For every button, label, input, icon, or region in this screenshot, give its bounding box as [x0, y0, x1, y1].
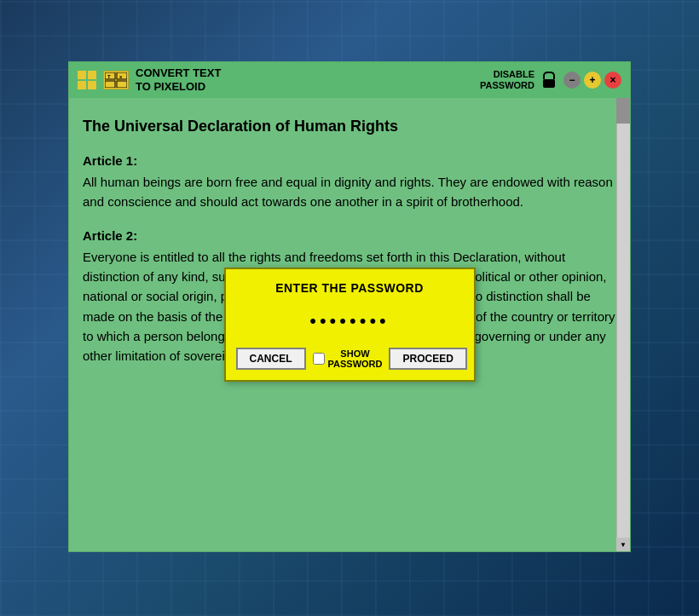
title-bar: T x CONVERT TEXT TO PIXELOID DISABLE PAS… [69, 62, 630, 98]
app-window: T x CONVERT TEXT TO PIXELOID DISABLE PAS… [68, 61, 631, 552]
app-title: CONVERT TEXT TO PIXELOID [136, 66, 221, 93]
dialog-input-area: •••••••• [226, 303, 474, 341]
dialog-title: ENTER THE PASSWORD [226, 269, 474, 303]
svg-rect-2 [105, 81, 115, 88]
title-bar-left: T x CONVERT TEXT TO PIXELOID [78, 66, 480, 93]
logo-icon2: T x [103, 71, 129, 89]
dialog-actions: CANCEL SHOW PASSWORD PROCEED [226, 341, 474, 380]
proceed-button[interactable]: PROCEED [389, 348, 466, 370]
maximize-button[interactable]: + [584, 72, 601, 89]
dialog-overlay: ENTER THE PASSWORD •••••••• CANCEL SHOW … [69, 98, 630, 551]
title-bar-right: DISABLE PASSWORD − + × [480, 69, 621, 91]
logo-sq1 [78, 71, 86, 79]
logo-sq3 [78, 81, 86, 89]
logo-icon [78, 71, 96, 89]
content-area: The Universal Declaration of Human Right… [69, 98, 630, 551]
minimize-button[interactable]: − [563, 72, 581, 89]
password-dialog: ENTER THE PASSWORD •••••••• CANCEL SHOW … [224, 268, 476, 382]
disable-password-label[interactable]: DISABLE PASSWORD [480, 69, 534, 91]
logo-sq4 [88, 81, 96, 89]
show-password-checkbox[interactable] [313, 353, 325, 365]
window-controls: − + × [563, 72, 621, 89]
lock-icon [541, 72, 557, 89]
svg-rect-3 [117, 81, 127, 88]
show-password-text: SHOW PASSWORD [328, 348, 383, 369]
cancel-button[interactable]: CANCEL [236, 348, 306, 370]
logo-sq2 [88, 71, 96, 79]
svg-text:T: T [107, 74, 111, 79]
password-dots[interactable]: •••••••• [234, 310, 465, 332]
close-button[interactable]: × [604, 72, 621, 89]
show-password-label[interactable]: SHOW PASSWORD [313, 348, 383, 369]
